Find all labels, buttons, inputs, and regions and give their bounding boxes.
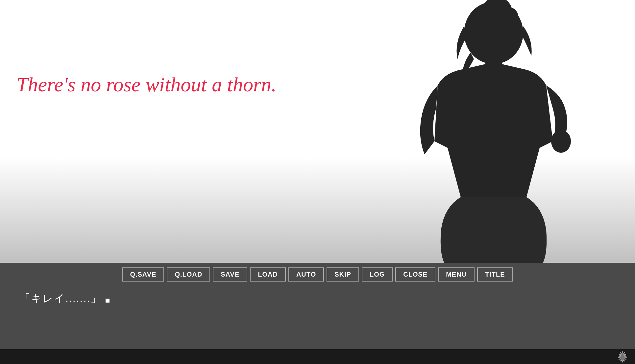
save-button[interactable]: SAVE (213, 267, 247, 282)
dialogue-text: 「キレイ.......」 (20, 292, 102, 304)
qsave-button[interactable]: Q.SAVE (122, 267, 164, 282)
load-button[interactable]: LOAD (250, 267, 286, 282)
svg-point-3 (476, 7, 495, 23)
bottom-bar (0, 349, 635, 364)
toolbar: Q.SAVEQ.LOADSAVELOADAUTOSKIPLOGCLOSEMENU… (0, 263, 635, 285)
dialogue-text-area[interactable]: 「キレイ.......」 (0, 285, 635, 349)
dialogue-panel: Q.SAVEQ.LOADSAVELOADAUTOSKIPLOGCLOSEMENU… (0, 263, 635, 349)
auto-button[interactable]: AUTO (288, 267, 324, 282)
text-cursor (106, 299, 110, 303)
tagline: There's no rose without a thorn. (16, 72, 277, 97)
menu-button[interactable]: MENU (438, 267, 475, 282)
settings-icon[interactable] (617, 351, 628, 363)
scene-area[interactable]: There's no rose without a thorn. (0, 0, 635, 263)
qload-button[interactable]: Q.LOAD (167, 267, 210, 282)
game-container: There's no rose without a thorn. (0, 0, 635, 364)
log-button[interactable]: LOG (362, 267, 393, 282)
close-button[interactable]: CLOSE (395, 267, 435, 282)
title-button[interactable]: TITLE (477, 267, 513, 282)
svg-point-5 (551, 130, 571, 153)
character-silhouette (379, 0, 609, 263)
svg-point-2 (495, 7, 518, 26)
skip-button[interactable]: SKIP (327, 267, 359, 282)
